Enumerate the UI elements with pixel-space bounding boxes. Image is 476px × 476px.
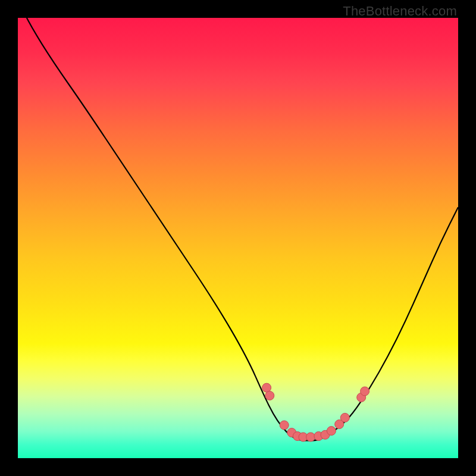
data-marker — [265, 391, 274, 400]
data-marker — [327, 427, 336, 436]
bottleneck-curve — [18, 0, 458, 440]
data-marker — [262, 383, 271, 392]
data-marker — [361, 387, 369, 396]
data-marker — [280, 421, 289, 430]
watermark-text: TheBottleneck.com — [343, 4, 457, 19]
chart-svg — [18, 18, 458, 458]
data-marker — [306, 433, 315, 441]
curve-group — [18, 0, 458, 440]
chart-container: TheBottleneck.com — [0, 0, 476, 476]
data-marker — [340, 413, 349, 422]
